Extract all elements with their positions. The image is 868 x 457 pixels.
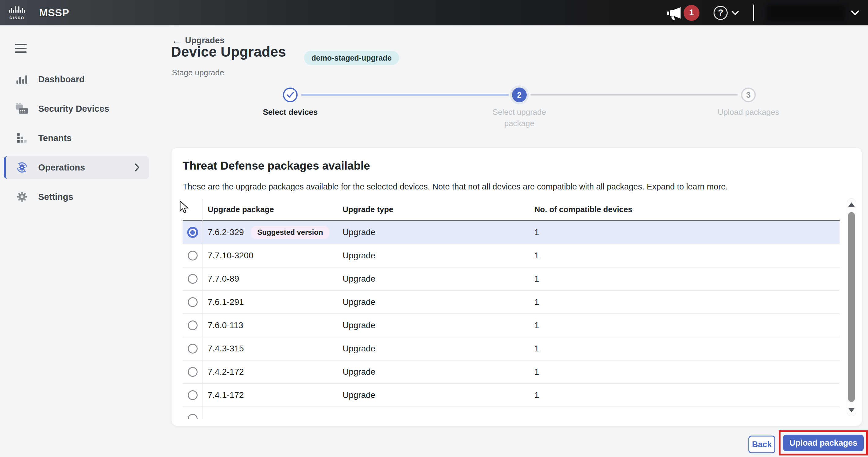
radio-icon bbox=[188, 344, 197, 353]
topbar: cisco MSSP 1 ? bbox=[0, 0, 868, 25]
gear-icon bbox=[15, 190, 29, 204]
back-button[interactable]: Back bbox=[748, 435, 775, 453]
suggested-version-badge: Suggested version bbox=[251, 226, 329, 239]
upgrade-type: Upgrade bbox=[337, 297, 529, 307]
bar-chart-icon bbox=[15, 72, 29, 86]
check-icon bbox=[286, 91, 294, 98]
packages-card: Threat Defense packages available These … bbox=[172, 148, 862, 426]
column-header-compatible-devices: No. of compatible devices bbox=[529, 205, 840, 214]
operations-sync-gear-icon bbox=[15, 161, 29, 174]
sidebar-item-label: Dashboard bbox=[38, 75, 85, 84]
upgrade-type: Upgrade bbox=[337, 344, 529, 353]
package-radio-button[interactable] bbox=[183, 227, 203, 238]
sidebar-item-label: Tenants bbox=[38, 133, 71, 143]
column-header-upgrade-package: Upgrade package bbox=[203, 205, 337, 214]
package-radio-button[interactable] bbox=[183, 251, 203, 260]
app-title: MSSP bbox=[39, 7, 69, 19]
table-row[interactable]: 7.6.0-113 Upgrade 1 bbox=[183, 314, 840, 337]
package-version: 7.4.3-315 bbox=[208, 344, 244, 353]
table-row[interactable]: 7.6.1-291 Upgrade 1 bbox=[183, 291, 840, 314]
help-menu-button[interactable]: ? bbox=[714, 6, 739, 20]
package-radio-button[interactable] bbox=[183, 297, 203, 307]
table-row[interactable]: 7.4.1-172 Upgrade 1 bbox=[183, 384, 840, 407]
package-version: 7.7.10-3200 bbox=[208, 251, 253, 260]
chevron-down-icon bbox=[731, 10, 739, 15]
sidebar-item-settings[interactable]: Settings bbox=[0, 185, 159, 208]
table-row-partial[interactable] bbox=[183, 407, 840, 419]
sidebar-nav: Dashboard Security D bbox=[0, 68, 159, 215]
package-radio-button[interactable] bbox=[183, 274, 203, 284]
table-row[interactable]: 7.4.3-315 Upgrade 1 bbox=[183, 337, 840, 361]
tenants-grid-icon bbox=[15, 131, 29, 145]
step-number: 3 bbox=[746, 90, 750, 100]
table-row[interactable]: 7.4.2-172 Upgrade 1 bbox=[183, 361, 840, 384]
package-version: 7.6.0-113 bbox=[208, 320, 243, 330]
radio-icon bbox=[187, 227, 198, 238]
packages-table: Upgrade package Upgrade type No. of comp… bbox=[183, 199, 840, 419]
upgrade-type: Upgrade bbox=[337, 320, 529, 330]
topbar-actions: 1 ? bbox=[666, 0, 861, 25]
menu-toggle-button[interactable] bbox=[15, 44, 27, 55]
announcements-button[interactable]: 1 bbox=[666, 4, 700, 22]
sidebar-item-security-devices[interactable]: Security Devices bbox=[0, 97, 159, 120]
table-row[interactable]: 7.7.0-89 Upgrade 1 bbox=[183, 267, 840, 291]
table-body: 7.6.2-329 Suggested version Upgrade 1 7.… bbox=[183, 221, 840, 407]
app-root: cisco MSSP 1 ? bbox=[0, 0, 868, 457]
sidebar: Dashboard Security D bbox=[0, 25, 159, 457]
help-icon: ? bbox=[714, 6, 727, 20]
step-3-upload-packages[interactable]: 3 bbox=[741, 88, 756, 102]
package-radio-button[interactable] bbox=[183, 320, 203, 330]
radio-icon bbox=[188, 367, 197, 377]
package-radio-button[interactable] bbox=[183, 344, 203, 353]
notification-count-badge: 1 bbox=[684, 5, 700, 21]
table-row[interactable]: 7.7.10-3200 Upgrade 1 bbox=[183, 244, 840, 267]
card-title: Threat Defense packages available bbox=[183, 160, 370, 172]
sidebar-item-operations[interactable]: Operations bbox=[4, 156, 149, 179]
radio-icon bbox=[188, 320, 197, 330]
table-scrollbar[interactable] bbox=[846, 198, 857, 416]
topbar-divider bbox=[753, 5, 754, 21]
chevron-right-icon bbox=[134, 163, 140, 172]
compatible-devices-count: 1 bbox=[529, 274, 840, 284]
compatible-devices-count: 1 bbox=[529, 320, 840, 330]
compatible-devices-count: 1 bbox=[529, 297, 840, 307]
account-menu[interactable] bbox=[767, 5, 845, 21]
upgrade-name-badge: demo-staged-upgrade bbox=[304, 51, 399, 65]
package-version: 7.6.1-291 bbox=[208, 297, 244, 307]
sidebar-item-tenants[interactable]: Tenants bbox=[0, 127, 159, 149]
step-label-upload-packages: Upload packages bbox=[700, 107, 797, 118]
package-radio-button[interactable] bbox=[183, 390, 203, 400]
card-description: These are the upgrade packages available… bbox=[183, 182, 728, 192]
radio-icon bbox=[188, 297, 197, 307]
sidebar-item-label: Operations bbox=[38, 163, 85, 173]
mouse-cursor bbox=[179, 200, 190, 214]
step-2-select-upgrade-package[interactable]: 2 bbox=[512, 88, 527, 102]
stepper-connector-completed bbox=[301, 94, 509, 96]
upgrade-type: Upgrade bbox=[337, 251, 529, 260]
compatible-devices-count: 1 bbox=[529, 227, 840, 237]
step-1-select-devices[interactable] bbox=[283, 88, 298, 102]
upgrade-type: Upgrade bbox=[337, 227, 529, 237]
compatible-devices-count: 1 bbox=[529, 344, 840, 353]
chevron-down-icon[interactable] bbox=[851, 10, 860, 16]
scrollbar-thumb[interactable] bbox=[848, 212, 855, 402]
stepper-connector-pending bbox=[530, 94, 738, 95]
compatible-devices-count: 1 bbox=[529, 390, 840, 400]
cisco-logo-icon: cisco bbox=[8, 5, 32, 21]
sidebar-item-label: Settings bbox=[38, 192, 73, 202]
upgrade-type: Upgrade bbox=[337, 390, 529, 400]
upload-button-highlight-box: Upload packages bbox=[779, 430, 868, 455]
upload-packages-button[interactable]: Upload packages bbox=[783, 435, 864, 451]
package-radio-button[interactable] bbox=[183, 367, 203, 377]
sidebar-item-dashboard[interactable]: Dashboard bbox=[0, 68, 159, 91]
megaphone-icon bbox=[666, 7, 683, 21]
radio-icon bbox=[188, 251, 197, 260]
package-version: 7.4.1-172 bbox=[208, 390, 244, 400]
scroll-down-arrow-icon[interactable] bbox=[848, 408, 855, 412]
table-row[interactable]: 7.6.2-329 Suggested version Upgrade 1 bbox=[183, 221, 840, 244]
brand: cisco MSSP bbox=[8, 5, 69, 21]
page-title: Device Upgrades bbox=[171, 44, 286, 60]
radio-icon bbox=[188, 274, 197, 284]
table-header-row: Upgrade package Upgrade type No. of comp… bbox=[183, 199, 840, 221]
scroll-up-arrow-icon[interactable] bbox=[848, 202, 855, 207]
